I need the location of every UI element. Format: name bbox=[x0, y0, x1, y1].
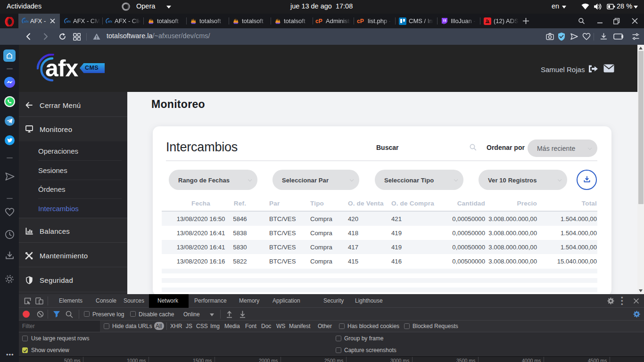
svg-text:afx: afx bbox=[66, 20, 71, 23]
svg-text:afx: afx bbox=[24, 20, 29, 23]
svg-text:cP: cP bbox=[357, 18, 364, 25]
svg-text:cP: cP bbox=[315, 18, 322, 25]
svg-text:afx: afx bbox=[108, 20, 112, 23]
